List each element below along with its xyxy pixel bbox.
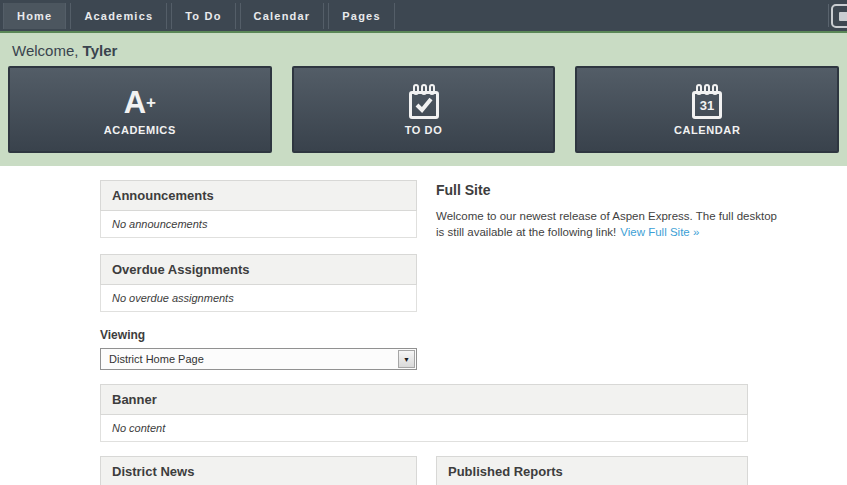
tab-academics[interactable]: Academics <box>70 3 167 29</box>
dropdown-arrow-button[interactable]: ▼ <box>398 350 415 368</box>
full-site-text-line2: is still available at the following link… <box>436 226 616 238</box>
overdue-assignments-empty-text: No overdue assignments <box>100 285 417 312</box>
app-window-icon-inner <box>839 12 847 21</box>
todo-button[interactable]: TO DO <box>292 66 556 153</box>
full-site-title: Full Site <box>436 182 796 198</box>
academics-button-label: ACADEMICS <box>104 124 176 136</box>
app-window-icon[interactable] <box>831 4 847 28</box>
calendar-31-icon: 31 <box>689 83 725 121</box>
published-reports-header: Published Reports <box>436 456 748 485</box>
tab-academics-label: Academics <box>84 10 153 22</box>
announcements-panel: Announcements No announcements <box>100 180 417 238</box>
viewing-block: Viewing District Home Page ▼ <box>100 328 417 370</box>
tab-todo-label: To Do <box>185 10 221 22</box>
a-plus-icon-plus: + <box>146 94 156 111</box>
top-nav: Home Academics To Do Calendar Pages <box>0 0 847 31</box>
banner-header: Banner <box>100 384 748 415</box>
todo-button-label: TO DO <box>405 124 443 136</box>
nav-divider <box>828 4 829 27</box>
academics-button[interactable]: A+ ACADEMICS <box>8 66 272 153</box>
overdue-assignments-panel: Overdue Assignments No overdue assignmen… <box>100 254 417 312</box>
view-full-site-link[interactable]: View Full Site » <box>620 226 699 238</box>
viewing-selected-value: District Home Page <box>109 353 204 365</box>
published-reports-panel: Published Reports <box>436 456 748 485</box>
banner-empty-text: No content <box>100 415 748 442</box>
chevron-down-icon: ▼ <box>403 356 410 363</box>
a-plus-icon-letter: A <box>124 87 146 118</box>
tab-calendar[interactable]: Calendar <box>240 3 325 29</box>
announcements-header: Announcements <box>100 180 417 211</box>
todo-calendar-check-icon <box>406 83 442 121</box>
full-site-section: Full Site Welcome to our newest release … <box>436 180 796 370</box>
tab-todo[interactable]: To Do <box>171 3 235 29</box>
calendar-button-label: CALENDAR <box>674 124 741 136</box>
viewing-select[interactable]: District Home Page ▼ <box>100 348 417 370</box>
district-news-panel: District News <box>100 456 417 485</box>
welcome-message: Welcome, Tyler <box>0 33 847 59</box>
tab-home-label: Home <box>17 10 52 22</box>
user-name: Tyler <box>83 42 118 59</box>
overdue-assignments-header: Overdue Assignments <box>100 254 417 285</box>
a-plus-icon: A+ <box>124 83 156 121</box>
welcome-prefix: Welcome, <box>12 42 78 59</box>
tab-pages[interactable]: Pages <box>328 3 394 29</box>
calendar-day-number: 31 <box>700 98 714 113</box>
full-site-text: Welcome to our newest release of Aspen E… <box>436 208 796 240</box>
announcements-empty-text: No announcements <box>100 211 417 238</box>
hero-band: Welcome, Tyler A+ ACADEMICS TO DO <box>0 31 847 166</box>
tab-home[interactable]: Home <box>3 3 66 29</box>
full-site-text-line1: Welcome to our newest release of Aspen E… <box>436 210 777 222</box>
main-content: Announcements No announcements Overdue A… <box>0 166 748 485</box>
banner-panel: Banner No content <box>100 384 748 442</box>
viewing-label: Viewing <box>100 328 417 342</box>
quick-buttons-row: A+ ACADEMICS TO DO <box>8 66 839 153</box>
district-news-header: District News <box>100 456 417 485</box>
calendar-button[interactable]: 31 CALENDAR <box>575 66 839 153</box>
tab-calendar-label: Calendar <box>254 10 311 22</box>
tab-pages-label: Pages <box>342 10 380 22</box>
